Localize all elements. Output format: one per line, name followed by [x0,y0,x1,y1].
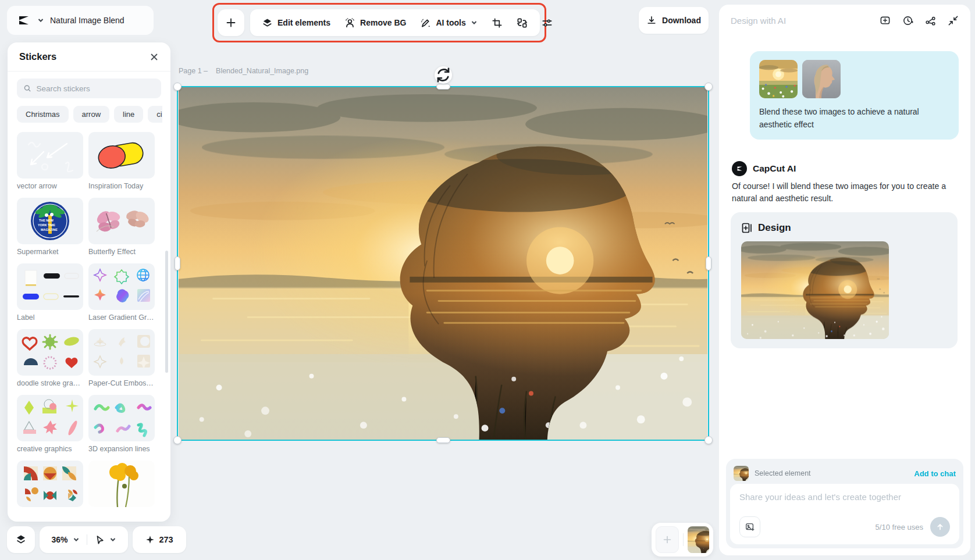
sticker-thumb-butterfly-effect[interactable] [88,198,155,244]
tag-line[interactable]: line [114,106,143,123]
plus-icon [663,535,672,544]
download-button[interactable]: Download [639,7,709,34]
page-label: Page 1 – Blended_Natural_Image.png [179,67,308,75]
sparkle-icon [145,535,155,544]
resize-handle-bottom-right[interactable] [704,436,713,444]
download-label: Download [662,16,701,25]
sticker-card [88,461,155,507]
credits-count: 273 [159,535,173,544]
sticker-label: Paper-Cut Embossi... [88,379,155,387]
assistant-name: CapCut AI [753,163,796,174]
resize-handle-right[interactable] [706,256,711,270]
stickers-scrollbar[interactable] [165,251,168,373]
sticker-label: doodle stroke graphi... [17,379,83,387]
ai-tools-label: AI tools [436,18,465,27]
tag-circle[interactable]: circle [148,106,162,123]
sticker-label: creative graphics [17,445,83,453]
project-title: Natural Image Blend [50,16,124,25]
collapse-icon[interactable] [948,15,959,26]
chevron-down-icon [471,19,478,26]
sticker-thumb-inspiration-today[interactable] [88,132,155,179]
attachment-portrait-image[interactable] [802,60,841,98]
tag-arrow[interactable]: arrow [73,106,110,123]
add-element-button[interactable] [218,9,244,36]
sticker-label: Butterfly Effect [88,248,155,256]
selected-element-label: Selected element [755,469,909,477]
ai-assistant-panel: Design with AI [719,5,970,555]
capcut-ai-avatar [732,161,747,176]
sticker-grid: vector arrow Inspiration Today [17,132,170,507]
crop-button[interactable] [492,15,503,31]
chevron-down-icon[interactable] [109,536,116,543]
page-thumbnail[interactable] [688,526,709,553]
resize-handle-bottom-left[interactable] [173,436,182,444]
sticker-card: 3D expansion lines [88,395,155,453]
remove-bg-button[interactable]: Remove BG [344,17,406,28]
replace-button[interactable] [517,15,528,31]
add-to-chat-button[interactable]: Add to chat [914,469,956,478]
project-header: Natural Image Blend [7,6,154,35]
user-message-bubble: Blend these two images to achieve a natu… [750,51,959,140]
zoom-level[interactable]: 36% [51,535,67,544]
sticker-thumb-laser-gradient[interactable] [88,263,155,310]
sticker-search[interactable] [17,79,161,98]
ai-panel-title: Design with AI [731,16,880,26]
sticker-card: Inspiration Today [88,132,155,190]
attachment-meadow-image[interactable] [759,60,798,98]
sticker-label: Inspiration Today [88,182,155,190]
sticker-label: Supermarket [17,248,83,256]
new-chat-icon[interactable] [880,15,891,26]
resize-handle-top[interactable] [436,84,450,90]
selected-element-row: Selected element Add to chat [730,463,959,484]
sticker-thumb-3d-lines[interactable] [88,395,155,441]
resize-handle-left[interactable] [175,256,180,270]
layers-button[interactable] [7,526,35,553]
sticker-thumb-yellow-flower[interactable] [88,461,155,507]
share-icon[interactable] [925,15,936,26]
edit-elements-button[interactable]: Edit elements [262,17,330,28]
image-add-icon [745,522,755,532]
sticker-thumb-doodle-stroke[interactable] [17,329,83,376]
stickers-panel: Stickers Christmas arrow line circle [8,42,170,522]
user-message-text: Blend these two images to achieve a natu… [759,106,949,131]
ai-tools-button[interactable]: AI tools [420,17,477,28]
adjust-button[interactable] [542,15,553,31]
chevron-down-icon[interactable] [37,17,44,24]
layers-icon [15,534,27,545]
sticker-thumb-geometric-tiles[interactable] [17,461,83,507]
search-icon [23,84,31,93]
canvas-selected-image[interactable] [177,86,709,441]
resize-handle-top-left[interactable] [173,83,182,91]
cursor-icon[interactable] [94,534,105,545]
sticker-card: Paper-Cut Embossi... [88,329,155,387]
remove-background-icon [344,17,355,28]
rotate-handle[interactable] [435,66,452,84]
sticker-search-input[interactable] [36,84,155,93]
send-button[interactable] [930,517,950,537]
close-icon[interactable] [150,52,159,62]
chat-input[interactable] [739,492,950,502]
ai-panel-header: Design with AI [719,5,970,31]
sticker-label: Laser Gradient Grap... [88,313,155,322]
tag-christmas[interactable]: Christmas [17,106,69,123]
resize-handle-bottom[interactable] [436,437,450,443]
layers-icon [262,17,273,28]
sticker-thumb-creative-graphics[interactable] [17,395,83,441]
crop-icon [492,17,503,28]
divider [683,533,684,546]
history-icon[interactable] [902,15,913,26]
sticker-card: Label [17,263,83,322]
add-page-button[interactable] [656,526,679,553]
add-image-button[interactable] [739,516,760,537]
capcut-logo-icon[interactable] [16,13,31,27]
chevron-down-icon[interactable] [73,536,80,543]
design-result-image[interactable] [741,241,889,339]
sticker-card [17,461,83,507]
resize-handle-top-right[interactable] [704,83,713,91]
design-icon [741,222,753,234]
sticker-thumb-paper-cut[interactable] [88,329,155,376]
sticker-thumb-vector-arrow[interactable] [17,132,83,179]
sticker-thumb-label[interactable] [17,263,83,310]
credits-button[interactable]: 273 [133,526,186,553]
sticker-thumb-supermarket[interactable]: THE NEW YORK TIME MAGAZINE [17,198,83,244]
